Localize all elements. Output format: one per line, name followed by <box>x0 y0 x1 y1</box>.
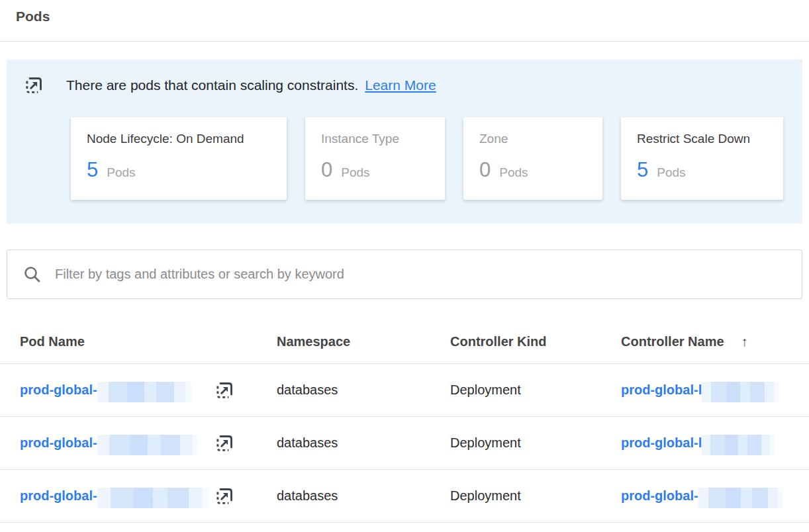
redacted-controller-name <box>702 382 779 402</box>
column-header-pod-name[interactable]: Pod Name <box>20 334 277 349</box>
table-header-row: Pod Name Namespace Controller Kind Contr… <box>0 299 809 364</box>
search-input[interactable] <box>55 267 802 282</box>
card-title: Node Lifecycle: On Demand <box>87 132 271 146</box>
pod-name-cell: prod-global- <box>20 380 277 400</box>
controller-kind-cell: Deployment <box>450 382 621 398</box>
scale-out-icon[interactable] <box>214 486 234 506</box>
card-count: 0 Pods <box>479 158 587 182</box>
controller-name-text: prod-global- <box>621 488 698 504</box>
table-row: prod-global- databases Deployment prod-g… <box>0 417 809 470</box>
table-body: prod-global- databases Deployment prod-g… <box>0 364 809 523</box>
pod-name-cell: prod-global- <box>20 433 277 453</box>
namespace-cell: databases <box>277 488 450 504</box>
controller-name-cell: prod-global-l <box>621 380 809 400</box>
table-row: prod-global- databases Deployment prod-g… <box>0 470 809 523</box>
card-count-unit: Pods <box>107 165 135 180</box>
redacted-pod-name <box>97 435 198 455</box>
controller-name-text: prod-global-l <box>621 435 702 451</box>
banner-header: There are pods that contain scaling cons… <box>7 60 802 95</box>
namespace-cell: databases <box>277 435 450 451</box>
redacted-controller-name <box>702 435 775 455</box>
pods-table: Pod Name Namespace Controller Kind Contr… <box>0 299 809 523</box>
card-count-unit: Pods <box>499 165 528 180</box>
card-count: 5 Pods <box>87 158 271 182</box>
controller-name-cell: prod-global-l <box>621 433 809 453</box>
redacted-controller-name <box>698 488 783 508</box>
card-count-value: 5 <box>87 158 98 182</box>
scale-out-icon[interactable] <box>214 380 234 400</box>
pod-name-text: prod-global- <box>20 435 97 451</box>
card-count-unit: Pods <box>657 165 685 180</box>
redacted-pod-name <box>97 382 191 402</box>
card-count-value: 0 <box>321 158 332 182</box>
card-count-value: 0 <box>479 158 491 182</box>
page-title: Pods <box>16 8 809 25</box>
controller-name-cell: prod-global- <box>621 486 809 506</box>
table-row: prod-global- databases Deployment prod-g… <box>0 364 809 417</box>
card-count-unit: Pods <box>341 165 369 180</box>
card-zone[interactable]: Zone 0 Pods <box>463 117 602 200</box>
sort-ascending-icon: ↑ <box>741 334 748 349</box>
controller-name-link[interactable]: prod-global- <box>621 486 809 506</box>
pod-name-link[interactable]: prod-global- <box>20 486 209 506</box>
scale-out-icon[interactable] <box>214 433 234 453</box>
search-icon <box>23 265 41 283</box>
filter-search-bar[interactable] <box>7 249 802 299</box>
title-divider <box>0 41 809 42</box>
controller-name-text: prod-global-l <box>621 382 702 398</box>
card-title: Instance Type <box>321 132 429 146</box>
card-count: 0 Pods <box>321 158 429 182</box>
pod-name-link[interactable]: prod-global- <box>20 380 191 400</box>
controller-kind-cell: Deployment <box>450 488 621 504</box>
card-count: 5 Pods <box>637 158 767 182</box>
pod-name-cell: prod-global- <box>20 486 277 506</box>
column-header-controller-kind[interactable]: Controller Kind <box>450 334 621 349</box>
controller-kind-cell: Deployment <box>450 435 621 451</box>
pod-name-link[interactable]: prod-global- <box>20 433 198 453</box>
column-header-controller-name[interactable]: Controller Name↑ <box>621 334 809 349</box>
card-node-lifecycle-on-demand[interactable]: Node Lifecycle: On Demand 5 Pods <box>71 117 287 200</box>
pod-name-text: prod-global- <box>20 488 97 504</box>
card-count-value: 5 <box>637 158 648 182</box>
constraint-summary-cards: Node Lifecycle: On Demand 5 Pods Instanc… <box>71 117 802 200</box>
redacted-pod-name <box>97 488 209 508</box>
card-restrict-scale-down[interactable]: Restrict Scale Down 5 Pods <box>621 117 783 200</box>
card-instance-type[interactable]: Instance Type 0 Pods <box>305 117 445 200</box>
controller-name-link[interactable]: prod-global-l <box>621 433 809 453</box>
banner-message: There are pods that contain scaling cons… <box>66 77 358 93</box>
controller-name-link[interactable]: prod-global-l <box>621 380 809 400</box>
column-header-namespace[interactable]: Namespace <box>277 334 450 349</box>
scale-out-icon <box>24 75 44 95</box>
column-header-label: Controller Name <box>621 334 724 349</box>
learn-more-link[interactable]: Learn More <box>365 77 436 93</box>
card-title: Restrict Scale Down <box>637 132 767 146</box>
scaling-constraints-banner: There are pods that contain scaling cons… <box>7 60 802 224</box>
card-title: Zone <box>479 132 587 146</box>
pod-name-text: prod-global- <box>20 382 97 398</box>
namespace-cell: databases <box>277 382 450 398</box>
